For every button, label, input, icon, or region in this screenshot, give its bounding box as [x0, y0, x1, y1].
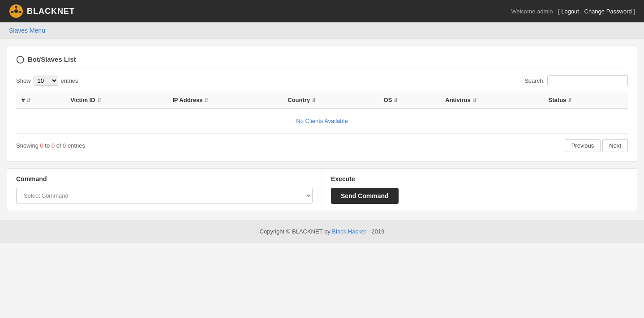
no-data-cell: No Clients Available	[16, 108, 628, 134]
col-num: #⇵	[16, 92, 65, 109]
entries-select[interactable]: 10 25 50 100	[34, 76, 58, 86]
execute-col-title: Execute	[331, 175, 628, 182]
change-password-link[interactable]: Change Password	[584, 8, 632, 15]
next-button[interactable]: Next	[602, 139, 628, 152]
search-label: Search:	[524, 77, 545, 84]
search-box: Search:	[524, 75, 628, 86]
send-command-button[interactable]: Send Command	[331, 188, 399, 204]
col-ip: IP Address⇵	[167, 92, 282, 109]
header-sep: -	[581, 8, 584, 15]
col-status: Status⇵	[543, 92, 628, 109]
header-welcome: Welcome admin - [ Logout - Change Passwo…	[511, 8, 635, 15]
logout-link[interactable]: Logout	[561, 8, 579, 15]
command-column: Command Select Command	[7, 169, 322, 211]
col-antivirus: Antivirus⇵	[440, 92, 543, 109]
table-body: No Clients Available	[16, 108, 628, 134]
slaves-menu-link[interactable]: Slaves Menu	[9, 27, 45, 34]
no-data-row: No Clients Available	[16, 108, 628, 134]
search-input[interactable]	[547, 75, 628, 86]
command-grid: Command Select Command Execute Send Comm…	[7, 169, 637, 211]
main-section: ◯ Bot/Slaves List Show 10 25 50 100 entr…	[7, 46, 637, 161]
previous-button[interactable]: Previous	[565, 139, 601, 152]
command-section: Command Select Command Execute Send Comm…	[7, 168, 637, 211]
col-os: OS⇵	[378, 92, 440, 109]
table-header: #⇵ Victim ID⇵ IP Address⇵ Country⇵ OS⇵ A…	[16, 92, 628, 109]
person-icon: ◯	[16, 55, 24, 64]
footer-text-suffix: - 2019	[368, 228, 385, 235]
section-title: ◯ Bot/Slaves List	[16, 55, 628, 68]
slaves-menu-bar: Slaves Menu	[0, 22, 644, 39]
command-select[interactable]: Select Command	[16, 188, 313, 204]
show-entries: Show 10 25 50 100 entries	[16, 76, 78, 86]
showing-text: Showing 0 to 0 of 0 entries	[16, 142, 85, 149]
show-label: Show	[16, 77, 31, 84]
show-to: 0	[52, 142, 55, 149]
header-bracket-close: ]	[633, 8, 635, 15]
footer-text-prefix: Copyright © BLACKNET by	[260, 228, 331, 235]
pagination-row: Showing 0 to 0 of 0 entries Previous Nex…	[16, 139, 628, 152]
header: BLACKNET Welcome admin - [ Logout - Chan…	[0, 0, 644, 22]
welcome-text: Welcome admin - [	[511, 8, 559, 15]
svg-point-1	[14, 9, 18, 13]
logo: BLACKNET	[9, 4, 75, 18]
entries-suffix: entries	[61, 77, 78, 84]
section-title-text: Bot/Slaves List	[28, 55, 76, 63]
table-controls: Show 10 25 50 100 entries Search:	[16, 75, 628, 86]
command-col-title: Command	[16, 175, 313, 182]
footer: Copyright © BLACKNET by Black.Hacker - 2…	[0, 220, 644, 243]
show-from: 0	[40, 142, 43, 149]
col-country: Country⇵	[282, 92, 378, 109]
logo-text: BLACKNET	[27, 7, 75, 16]
data-table: #⇵ Victim ID⇵ IP Address⇵ Country⇵ OS⇵ A…	[16, 92, 628, 134]
show-of: 0	[63, 142, 66, 149]
execute-column: Execute Send Command	[322, 169, 637, 211]
pagination-buttons: Previous Next	[565, 139, 628, 152]
footer-link[interactable]: Black.Hacker	[332, 228, 366, 235]
col-victim-id: Victim ID⇵	[65, 92, 167, 109]
logo-icon	[9, 4, 23, 18]
header-row: #⇵ Victim ID⇵ IP Address⇵ Country⇵ OS⇵ A…	[16, 92, 628, 109]
